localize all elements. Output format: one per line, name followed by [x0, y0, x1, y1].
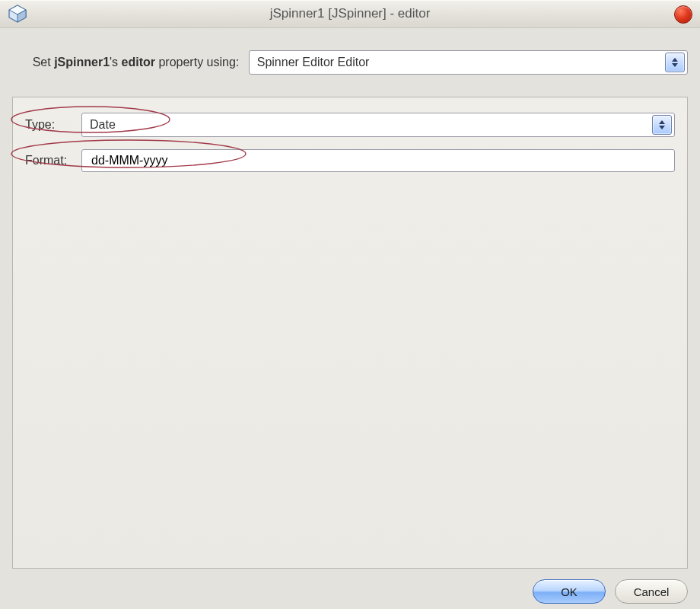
- ok-button-label: OK: [561, 585, 578, 598]
- property-label: Set jSpinner1's editor property using:: [12, 42, 243, 83]
- client-area: Set jSpinner1's editor property using: S…: [0, 28, 700, 609]
- editor-type-combo[interactable]: Spinner Editor Editor: [249, 50, 688, 75]
- chevron-down-icon: [659, 126, 665, 129]
- format-input[interactable]: [90, 149, 667, 172]
- property-row: Set jSpinner1's editor property using: S…: [12, 42, 688, 83]
- chevron-up-icon: [659, 120, 665, 124]
- type-row: Type: Date: [25, 113, 675, 137]
- close-button[interactable]: [674, 5, 692, 24]
- format-row: Format:: [25, 149, 675, 172]
- type-combo[interactable]: Date: [81, 113, 675, 137]
- format-label: Format:: [25, 154, 75, 167]
- type-combo-button[interactable]: [652, 115, 672, 135]
- type-label: Type:: [25, 118, 75, 132]
- editor-panel: Type: Date Format:: [12, 97, 688, 569]
- cancel-button-label: Cancel: [634, 585, 670, 598]
- type-combo-value: Date: [82, 118, 652, 132]
- ok-button[interactable]: OK: [533, 579, 606, 604]
- editor-type-combo-button[interactable]: [665, 53, 685, 72]
- cancel-button[interactable]: Cancel: [615, 579, 688, 604]
- chevron-down-icon: [672, 63, 678, 67]
- window-title: jSpinner1 [JSpinner] - editor: [0, 0, 700, 27]
- editor-type-combo-value: Spinner Editor Editor: [250, 56, 665, 69]
- button-bar: OK Cancel: [12, 579, 688, 604]
- title-bar: jSpinner1 [JSpinner] - editor: [0, 0, 700, 28]
- format-field-wrapper: [81, 149, 675, 172]
- chevron-up-icon: [672, 58, 678, 62]
